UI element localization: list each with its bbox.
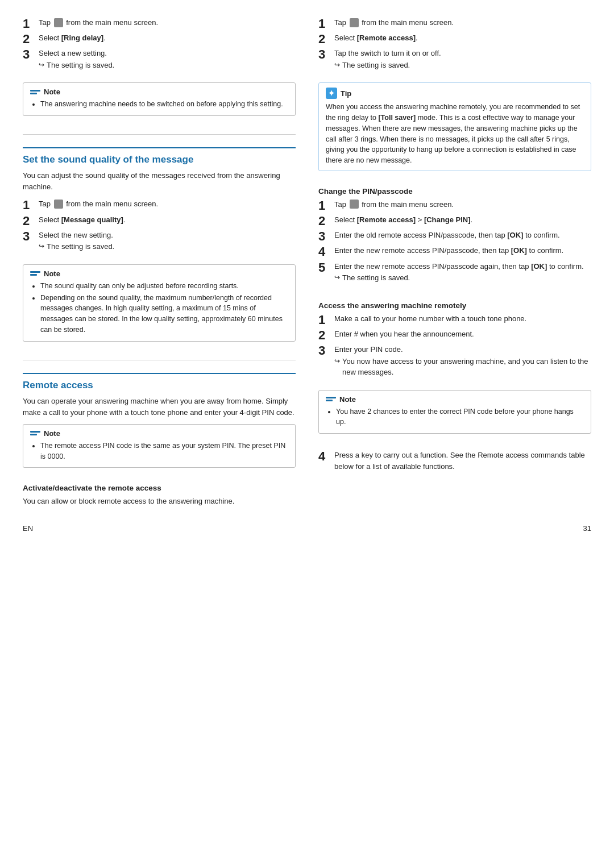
settings-icon-ra1 bbox=[350, 18, 359, 27]
settings-icon bbox=[54, 18, 63, 27]
note-icon bbox=[30, 88, 40, 96]
step-1-sq-text: Tap from the main menu screen. bbox=[39, 198, 296, 210]
note-body-ra: The remote access PIN code is the same a… bbox=[30, 441, 288, 462]
step-num-4-pin: 4 bbox=[318, 245, 334, 259]
tip-label: Tip bbox=[341, 89, 351, 98]
step-3-ar-result: You now have access to your answering ma… bbox=[342, 356, 591, 378]
step-2-pin: 2 Select [Remote access] > [Change PIN]. bbox=[318, 214, 591, 228]
step-5-pin-arrow: ↪ The setting is saved. bbox=[334, 272, 591, 284]
step-2-sq: 2 Select [Message quality]. bbox=[23, 214, 296, 228]
step-3-sq-arrow: ↪ The setting is saved. bbox=[39, 241, 296, 252]
page-footer: EN 31 bbox=[23, 524, 591, 533]
arrow-symbol: ↪ bbox=[39, 60, 44, 70]
step-num-3: 3 bbox=[23, 48, 39, 61]
note-body-ring-delay: The answering machine needs to be switch… bbox=[30, 99, 288, 110]
step-4-final-text: Press a key to carry out a function. See… bbox=[334, 450, 591, 472]
step-1-text: Tap from the main menu screen. bbox=[39, 17, 296, 28]
note-box-sound-quality: Note The sound quality can only be adjus… bbox=[23, 264, 296, 342]
tip-header: ✦ Tip bbox=[326, 88, 584, 99]
step-3-ra-text: Tap the switch to turn it on or off. ↪ T… bbox=[334, 48, 591, 70]
note-sq-item-2: Depending on the sound quality, the maxi… bbox=[40, 293, 288, 335]
divider-2 bbox=[23, 360, 296, 360]
step-num-3-sq: 3 bbox=[23, 230, 39, 243]
step-5-pin: 5 Enter the new remote access PIN/passco… bbox=[318, 261, 591, 284]
step-3-text: Select a new setting. ↪ The setting is s… bbox=[39, 48, 296, 70]
step-1-pin: 1 Tap from the main menu screen. bbox=[318, 199, 591, 213]
step-3-result: The setting is saved. bbox=[47, 60, 114, 71]
note-header-sq: Note bbox=[30, 269, 288, 278]
step-4-pin-text: Enter the new remote access PIN/passcode… bbox=[334, 245, 591, 256]
remote-access-steps-right: 1 Tap from the main menu screen. 2 Selec… bbox=[318, 17, 591, 72]
step-num-3-pin: 3 bbox=[318, 230, 334, 243]
change-pin-steps: 1 Tap from the main menu screen. 2 Selec… bbox=[318, 199, 591, 285]
step-num-2-sq: 2 bbox=[23, 214, 39, 228]
step-3-ra-arrow: ↪ The setting is saved. bbox=[334, 60, 591, 71]
note-item-1: The answering machine needs to be switch… bbox=[40, 99, 288, 110]
note-sq-item-1: The sound quality can only be adjusted b… bbox=[40, 281, 288, 292]
ring-delay-steps: 1 Tap from the main menu screen. 2 Selec… bbox=[23, 17, 296, 72]
step-3-ra-result: The setting is saved. bbox=[342, 60, 410, 71]
page-number: 31 bbox=[583, 524, 591, 533]
step-3-pin: 3 Enter the old remote access PIN/passco… bbox=[318, 230, 591, 243]
note-icon-ar bbox=[326, 395, 336, 403]
subsection-desc-activate: You can allow or block remote access to … bbox=[23, 496, 296, 507]
step-3-sq: 3 Select the new setting. ↪ The setting … bbox=[23, 230, 296, 252]
step-1-ra-text: Tap from the main menu screen. bbox=[334, 17, 591, 28]
step-2-text: Select [Ring delay]. bbox=[39, 32, 296, 44]
step-4-final: 4 Press a key to carry out a function. S… bbox=[318, 450, 591, 472]
note-ar-item-1: You have 2 chances to enter the correct … bbox=[336, 406, 584, 428]
step-2-ar: 2 Enter # when you hear the announcement… bbox=[318, 329, 591, 342]
right-column: 1 Tap from the main menu screen. 2 Selec… bbox=[318, 17, 591, 513]
step-3-ar-arrow: ↪ You now have access to your answering … bbox=[334, 356, 591, 378]
step-num-2-pin: 2 bbox=[318, 214, 334, 228]
step-2-ring-delay: 2 Select [Ring delay]. bbox=[23, 32, 296, 46]
note-box-access-remote: Note You have 2 chances to enter the cor… bbox=[318, 390, 591, 434]
note-label-ar: Note bbox=[339, 395, 356, 404]
step-3-pin-text: Enter the old remote access PIN/passcode… bbox=[334, 230, 591, 241]
note-ra-item-1: The remote access PIN code is the same a… bbox=[40, 441, 288, 462]
step-3-sq-text: Select the new setting. ↪ The setting is… bbox=[39, 230, 296, 252]
note-icon-ra bbox=[30, 429, 40, 437]
step-1-ring-delay: 1 Tap from the main menu screen. bbox=[23, 17, 296, 31]
note-label-sq: Note bbox=[44, 269, 60, 278]
note-header-ra: Note bbox=[30, 429, 288, 438]
step-3-ring-delay: 3 Select a new setting. ↪ The setting is… bbox=[23, 48, 296, 70]
note-body-sq: The sound quality can only be adjusted b… bbox=[30, 281, 288, 335]
step-3-arrow: ↪ The setting is saved. bbox=[39, 60, 296, 71]
step-2-ar-text: Enter # when you hear the announcement. bbox=[334, 329, 591, 340]
left-column: 1 Tap from the main menu screen. 2 Selec… bbox=[23, 17, 296, 513]
step-2-sq-text: Select [Message quality]. bbox=[39, 214, 296, 226]
arrow-ar-symbol: ↪ bbox=[334, 356, 340, 366]
step-2-ra-text: Select [Remote access]. bbox=[334, 32, 591, 44]
step-5-pin-result: The setting is saved. bbox=[342, 272, 410, 284]
section-desc-sound-quality: You can adjust the sound quality of the … bbox=[23, 170, 296, 193]
step-1-pin-text: Tap from the main menu screen. bbox=[334, 199, 591, 210]
step-num-1-sq: 1 bbox=[23, 198, 39, 212]
arrow-pin-symbol: ↪ bbox=[334, 272, 340, 283]
section-title-sound-quality: Set the sound quality of the message bbox=[23, 147, 296, 165]
tip-box-remote-access: ✦ Tip When you access the answering mach… bbox=[318, 82, 591, 171]
section-desc-remote-access: You can operate your answering machine w… bbox=[23, 396, 296, 418]
note-body-ar: You have 2 chances to enter the correct … bbox=[326, 406, 584, 428]
step-num-3-ar: 3 bbox=[318, 344, 334, 358]
arrow-sq-symbol: ↪ bbox=[39, 241, 44, 251]
step-num-1-pin: 1 bbox=[318, 199, 334, 213]
note-header-ar: Note bbox=[326, 395, 584, 404]
step-num-1-ra: 1 bbox=[318, 17, 334, 31]
step-num-1: 1 bbox=[23, 17, 39, 31]
step-5-pin-text: Enter the new remote access PIN/passcode… bbox=[334, 261, 591, 284]
language-label: EN bbox=[23, 524, 33, 533]
note-box-remote-access: Note The remote access PIN code is the s… bbox=[23, 424, 296, 468]
note-box-ring-delay: Note The answering machine needs to be s… bbox=[23, 82, 296, 116]
section-title-remote-access: Remote access bbox=[23, 373, 296, 391]
step-3-ar: 3 Enter your PIN code. ↪ You now have ac… bbox=[318, 344, 591, 378]
tip-text: When you access the answering machine re… bbox=[326, 102, 584, 166]
step-num-2: 2 bbox=[23, 32, 39, 46]
step-2-pin-text: Select [Remote access] > [Change PIN]. bbox=[334, 214, 591, 226]
subsection-title-pin: Change the PIN/passcode bbox=[318, 187, 591, 196]
step-3-ar-text: Enter your PIN code. ↪ You now have acce… bbox=[334, 344, 591, 378]
access-remote-steps: 1 Make a call to your home number with a… bbox=[318, 313, 591, 380]
note-header: Note bbox=[30, 88, 288, 96]
step-3-ra: 3 Tap the switch to turn it on or off. ↪… bbox=[318, 48, 591, 70]
note-icon-sq bbox=[30, 269, 40, 277]
